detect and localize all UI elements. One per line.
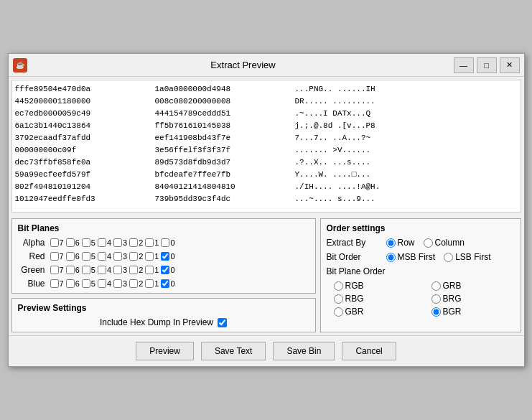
bit-plane-gbr-radio[interactable]	[334, 307, 343, 317]
bit-order-group: MSB First LSB First	[386, 252, 491, 262]
bit-checkbox-green-4[interactable]	[98, 266, 106, 274]
bit-checkbox-green-1[interactable]	[145, 266, 154, 274]
bit-checkbox-green-6[interactable]	[66, 266, 75, 274]
bit-checkbox-red-5[interactable]	[82, 252, 90, 261]
bit-cell-green-3: 3	[113, 266, 127, 274]
bit-plane-order-grid: RGBGRBRBGBRGGBRBGR	[334, 281, 515, 317]
msb-first-radio[interactable]	[386, 253, 396, 262]
hex-data-row: 000000000c09f3e56ffelf3f3f37f....... >V.…	[15, 144, 518, 157]
preview-button[interactable]: Preview	[136, 342, 194, 360]
bit-checkbox-green-2[interactable]	[129, 266, 138, 274]
bit-cell-alpha-0: 0	[161, 238, 174, 247]
maximize-button[interactable]: □	[477, 57, 497, 73]
bit-checkbox-red-0[interactable]	[161, 252, 169, 261]
msb-first-option[interactable]: MSB First	[386, 252, 436, 262]
bit-cell-blue-7: 7	[50, 279, 64, 288]
bit-cell-green-6: 6	[66, 266, 80, 274]
hex-data-row: 1012047eedffe0fd3739b95dd39c3f4dc...~...…	[15, 193, 518, 205]
bit-cell-red-0: 0	[161, 252, 174, 261]
bit-checkbox-red-6[interactable]	[66, 252, 75, 261]
bit-cell-alpha-2: 2	[129, 238, 143, 247]
bit-checkbox-alpha-0[interactable]	[161, 238, 169, 247]
hex-data-row: 3792ecaadf37afddeef141908bd43f7e7...7.. …	[15, 132, 518, 144]
bit-plane-grb-radio[interactable]	[431, 281, 441, 291]
preview-settings-panel: Preview Settings Include Hex Dump In Pre…	[11, 298, 316, 332]
bit-checkbox-red-3[interactable]	[113, 252, 122, 261]
bit-checkbox-red-2[interactable]	[129, 252, 138, 261]
close-button[interactable]: ✕	[500, 57, 520, 73]
app-icon: ☕	[13, 58, 27, 73]
bit-plane-bgr-option[interactable]: BGR	[431, 307, 515, 317]
bit-checkbox-alpha-7[interactable]	[50, 238, 59, 247]
bit-checkbox-green-3[interactable]	[113, 266, 122, 274]
bit-checkbox-blue-0[interactable]	[161, 279, 169, 288]
bit-cell-green-0: 0	[161, 266, 174, 274]
extract-column-radio[interactable]	[424, 238, 433, 248]
extract-row-radio[interactable]	[386, 238, 396, 248]
bit-channel-row: Blue 7 6 5 4 3 2 1	[18, 279, 309, 289]
minimize-button[interactable]: —	[454, 57, 474, 73]
bit-plane-order-section: Bit Plane Order RGBGRBRBGBRGGBRBGR	[327, 266, 515, 317]
bit-checkbox-alpha-5[interactable]	[82, 238, 90, 247]
bit-checkbox-red-7[interactable]	[50, 252, 59, 261]
bit-plane-order-label: Bit Plane Order	[327, 266, 515, 276]
bit-checkbox-blue-3[interactable]	[113, 279, 122, 288]
bit-cell-red-4: 4	[98, 252, 111, 261]
extract-row-option[interactable]: Row	[386, 238, 415, 248]
bit-checkbox-green-7[interactable]	[50, 266, 59, 274]
bit-plane-rgb-option[interactable]: RGB	[334, 281, 417, 291]
bit-checkbox-blue-5[interactable]	[82, 279, 90, 288]
bit-checkbox-blue-1[interactable]	[145, 279, 154, 288]
order-settings-label: Order settings	[327, 223, 515, 233]
window-controls: — □ ✕	[454, 57, 520, 73]
lsb-first-radio[interactable]	[444, 253, 453, 262]
bit-cell-blue-5: 5	[82, 279, 95, 288]
bit-plane-rbg-option[interactable]: RBG	[334, 294, 417, 304]
bit-checkbox-alpha-6[interactable]	[66, 238, 75, 247]
bit-plane-rbg-radio[interactable]	[334, 294, 343, 304]
bit-plane-brg-option[interactable]: BRG	[431, 294, 515, 304]
bit-checkbox-green-0[interactable]	[161, 266, 169, 274]
bit-plane-grb-option[interactable]: GRB	[431, 281, 515, 291]
hex-data-row: 59a99ecfeefd579fbfcdeafe7ffee7fbY....W. …	[15, 169, 518, 181]
save-text-button[interactable]: Save Text	[201, 342, 266, 360]
hex-data-row: fffe89504e470d0a1a0a0000000d4948...PNG..…	[15, 83, 518, 95]
bit-cell-blue-2: 2	[129, 279, 143, 288]
bit-checkbox-red-1[interactable]	[145, 252, 154, 261]
bit-cell-red-7: 7	[50, 252, 64, 261]
bit-checkbox-red-4[interactable]	[98, 252, 106, 261]
bit-checkbox-alpha-4[interactable]	[98, 238, 106, 247]
lsb-first-option[interactable]: LSB First	[444, 252, 490, 262]
bit-checkbox-alpha-2[interactable]	[129, 238, 138, 247]
bit-checkbox-alpha-3[interactable]	[113, 238, 122, 247]
bit-cell-red-5: 5	[82, 252, 95, 261]
bit-cell-blue-1: 1	[145, 279, 159, 288]
hex-dump-checkbox[interactable]	[218, 318, 227, 327]
extract-by-row: Extract By Row Column	[327, 238, 515, 248]
bit-checkbox-alpha-1[interactable]	[145, 238, 154, 247]
extract-column-option[interactable]: Column	[424, 238, 465, 248]
save-bin-button[interactable]: Save Bin	[273, 342, 335, 360]
hex-data-row: 4452000001180000008c080200000008DR..... …	[15, 95, 518, 108]
bit-checkbox-blue-6[interactable]	[66, 279, 75, 288]
main-window: ☕ Extract Preview — □ ✕ fffe89504e470d0a…	[8, 53, 525, 367]
bit-planes-panel: Bit Planes Alpha 7 6 5 4 3 2	[11, 218, 316, 294]
window-title: Extract Preview	[33, 60, 454, 70]
bit-checkbox-blue-7[interactable]	[50, 279, 59, 288]
hex-data-row: 802f49481010120484040121414804810./IH...…	[15, 181, 518, 193]
bit-plane-brg-radio[interactable]	[431, 294, 441, 304]
bit-checkbox-blue-2[interactable]	[129, 279, 138, 288]
bit-plane-rgb-radio[interactable]	[334, 281, 343, 291]
bit-plane-bgr-radio[interactable]	[431, 307, 441, 317]
bit-plane-gbr-option[interactable]: GBR	[334, 307, 417, 317]
cancel-button[interactable]: Cancel	[342, 342, 396, 360]
hex-data-row: dec73ffbf858fe0a89d573d8fdb9d3d7.?..X.. …	[15, 157, 518, 169]
bit-checkbox-blue-4[interactable]	[98, 279, 106, 288]
bit-cell-alpha-4: 4	[98, 238, 111, 247]
order-settings-panel: Order settings Extract By Row Column	[320, 218, 521, 332]
bit-cell-alpha-1: 1	[145, 238, 159, 247]
hex-preview-area: fffe89504e470d0a1a0a0000000d4948...PNG..…	[11, 80, 521, 213]
bit-checkbox-green-5[interactable]	[82, 266, 90, 274]
bit-cell-green-1: 1	[145, 266, 159, 274]
content-area: Bit Planes Alpha 7 6 5 4 3 2	[9, 215, 524, 335]
